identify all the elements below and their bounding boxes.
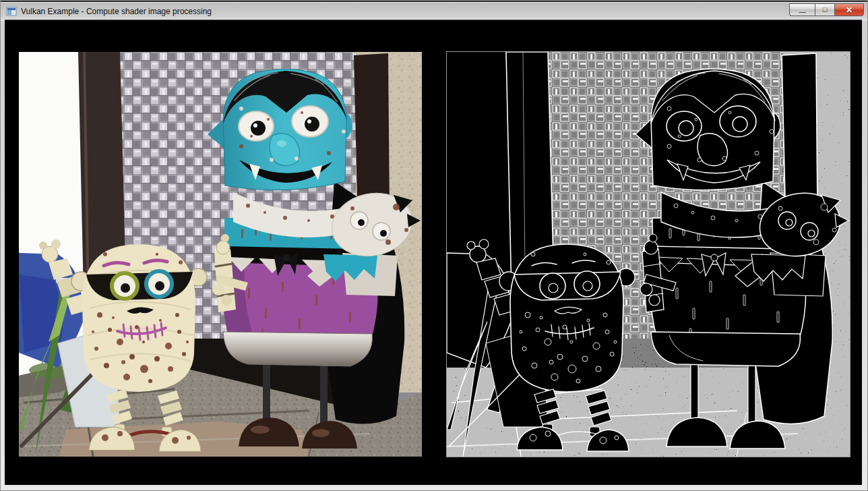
minimize-icon: —	[799, 9, 806, 16]
titlebar[interactable]: Vulkan Example - Compute shader image pr…	[1, 1, 867, 21]
close-icon: ✕	[846, 6, 852, 14]
app-window: Vulkan Example - Compute shader image pr…	[0, 0, 868, 491]
maximize-icon: □	[823, 6, 828, 13]
original-photo-svg	[19, 52, 422, 457]
edge-detected-image-panel	[446, 51, 850, 457]
window-title: Vulkan Example - Compute shader image pr…	[21, 7, 212, 16]
app-icon	[6, 6, 17, 17]
edge-detected-svg	[447, 52, 850, 457]
maximize-button[interactable]: □	[815, 3, 834, 16]
window-controls: — □ ✕	[789, 3, 864, 16]
client-area	[5, 20, 862, 485]
close-button[interactable]: ✕	[834, 3, 864, 16]
minimize-button[interactable]: —	[789, 3, 815, 16]
original-image-panel	[19, 52, 422, 457]
